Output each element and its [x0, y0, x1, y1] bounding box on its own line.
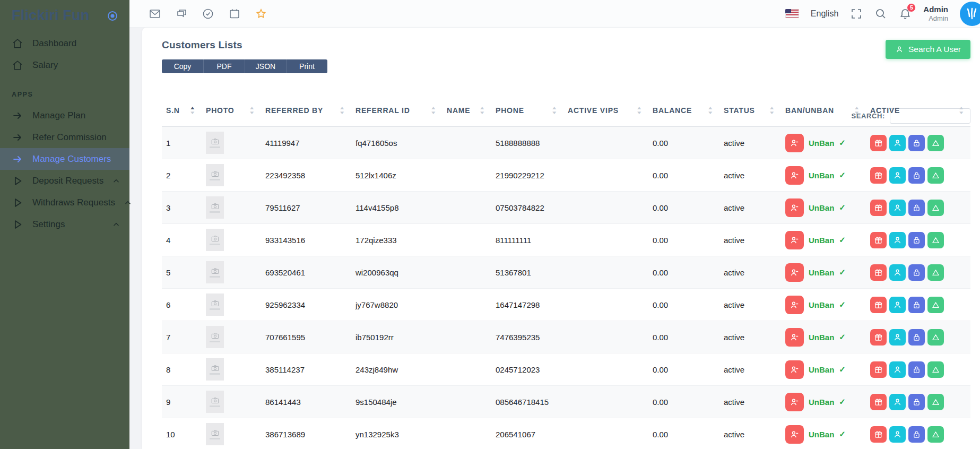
- sidebar-toggle-icon[interactable]: [106, 10, 119, 22]
- vip-triangle-button[interactable]: [927, 394, 944, 410]
- sidebar-item-salary[interactable]: Salary: [0, 54, 129, 76]
- lock-button[interactable]: [908, 232, 925, 248]
- search-icon[interactable]: [874, 7, 887, 20]
- sort-icons: ▲▼: [250, 106, 255, 115]
- mail-icon[interactable]: [149, 7, 161, 20]
- gift-button[interactable]: [870, 329, 887, 346]
- column-header[interactable]: S.N ▲▼: [162, 104, 202, 127]
- lock-button[interactable]: [908, 297, 925, 313]
- user-button[interactable]: [889, 232, 906, 248]
- camera-icon: [211, 365, 219, 372]
- column-header[interactable]: NAME ▲▼: [443, 104, 491, 127]
- column-header[interactable]: ACTIVE VIPS ▲▼: [563, 104, 648, 127]
- us-flag-icon[interactable]: [785, 9, 799, 18]
- gift-button[interactable]: [870, 426, 887, 443]
- user-button[interactable]: [889, 297, 906, 313]
- lock-button[interactable]: [908, 394, 925, 410]
- sidebar-item-deposit-requests[interactable]: Deposit Requests: [0, 170, 129, 192]
- column-header[interactable]: STATUS ▲▼: [719, 104, 781, 127]
- sn-cell: 3: [162, 192, 202, 224]
- gift-button[interactable]: [870, 297, 887, 313]
- sidebar-item-manage-plan[interactable]: Manage Plan: [0, 105, 129, 126]
- vip-triangle-button[interactable]: [927, 232, 944, 248]
- vip-triangle-button[interactable]: [927, 200, 944, 216]
- lock-button[interactable]: [908, 329, 925, 346]
- ban-user-button[interactable]: [785, 231, 804, 249]
- user-button[interactable]: [889, 135, 906, 151]
- notifications-bell-icon[interactable]: 5: [899, 7, 912, 20]
- lock-button[interactable]: [908, 135, 925, 151]
- user-button[interactable]: [889, 167, 906, 184]
- lock-button[interactable]: [908, 264, 925, 281]
- chat-icon[interactable]: [175, 7, 188, 20]
- vip-triangle-button[interactable]: [927, 135, 944, 151]
- gift-button[interactable]: [870, 167, 887, 184]
- ban-user-button[interactable]: [785, 328, 804, 347]
- lock-button[interactable]: [908, 167, 925, 184]
- vip-triangle-button[interactable]: [927, 167, 944, 184]
- lock-button[interactable]: [908, 200, 925, 216]
- user-button[interactable]: [889, 426, 906, 443]
- gift-button[interactable]: [870, 361, 887, 378]
- search-a-user-button[interactable]: Search A User: [886, 40, 970, 59]
- fullscreen-icon[interactable]: [850, 7, 863, 20]
- triangle-icon: [931, 203, 940, 212]
- export-button[interactable]: Copy: [162, 59, 203, 73]
- user-minus-icon: [790, 267, 800, 278]
- check-circle-icon[interactable]: [202, 7, 214, 20]
- gift-icon: [874, 365, 883, 374]
- export-button[interactable]: JSON: [245, 59, 286, 73]
- vip-triangle-button[interactable]: [927, 264, 944, 281]
- camera-icon: [211, 397, 219, 404]
- column-header[interactable]: PHOTO ▲▼: [202, 104, 261, 127]
- referred-by-cell: 707661595: [261, 321, 351, 353]
- name-cell: [443, 321, 491, 353]
- column-header[interactable]: BAN/UNBAN ▲▼: [781, 104, 866, 127]
- column-header[interactable]: PHONE ▲▼: [491, 104, 563, 127]
- sidebar-item-refer-commission[interactable]: Refer Commission: [0, 126, 129, 148]
- ban-user-button[interactable]: [785, 198, 804, 217]
- user-button[interactable]: [889, 394, 906, 410]
- avatar[interactable]: [960, 2, 980, 26]
- ban-user-button[interactable]: [785, 134, 804, 152]
- lock-button[interactable]: [908, 361, 925, 378]
- language-selector[interactable]: English: [811, 9, 838, 19]
- column-header[interactable]: REFERRED BY ▲▼: [261, 104, 351, 127]
- ban-user-button[interactable]: [785, 166, 804, 185]
- camera-icon: [211, 170, 219, 177]
- play-icon: [12, 219, 23, 230]
- lock-button[interactable]: [908, 426, 925, 443]
- gift-button[interactable]: [870, 135, 887, 151]
- sidebar-item-settings[interactable]: Settings: [0, 213, 129, 235]
- user-button[interactable]: [889, 329, 906, 346]
- ban-user-button[interactable]: [785, 360, 804, 379]
- vip-triangle-button[interactable]: [927, 329, 944, 346]
- sidebar-item-withdraws-requests[interactable]: Withdraws Requests: [0, 192, 129, 213]
- ban-user-button[interactable]: [785, 296, 804, 314]
- sidebar-item-dashboard[interactable]: Dashboard: [0, 32, 129, 54]
- column-header[interactable]: ACTIVE ▲▼: [866, 104, 970, 127]
- ban-user-button[interactable]: [785, 263, 804, 282]
- user-button[interactable]: [889, 200, 906, 216]
- ban-user-button[interactable]: [785, 393, 804, 411]
- column-header[interactable]: REFERRAL ID ▲▼: [351, 104, 443, 127]
- user-button[interactable]: [889, 264, 906, 281]
- vip-triangle-button[interactable]: [927, 297, 944, 313]
- gift-button[interactable]: [870, 200, 887, 216]
- user-role: Admin: [923, 14, 948, 23]
- vip-triangle-button[interactable]: [927, 361, 944, 378]
- gift-button[interactable]: [870, 394, 887, 410]
- gift-button[interactable]: [870, 264, 887, 281]
- sidebar-item-manage-customers[interactable]: Manage Customers: [0, 148, 129, 170]
- gift-button[interactable]: [870, 232, 887, 248]
- gift-icon: [874, 430, 883, 439]
- column-header[interactable]: BALANCE ▲▼: [648, 104, 719, 127]
- export-button[interactable]: Print: [286, 59, 327, 73]
- calendar-icon[interactable]: [228, 7, 241, 20]
- user-menu[interactable]: Admin Admin: [923, 5, 948, 23]
- user-button[interactable]: [889, 361, 906, 378]
- export-button[interactable]: PDF: [203, 59, 245, 73]
- vip-triangle-button[interactable]: [927, 426, 944, 443]
- ban-user-button[interactable]: [785, 425, 804, 444]
- star-icon[interactable]: [255, 7, 267, 20]
